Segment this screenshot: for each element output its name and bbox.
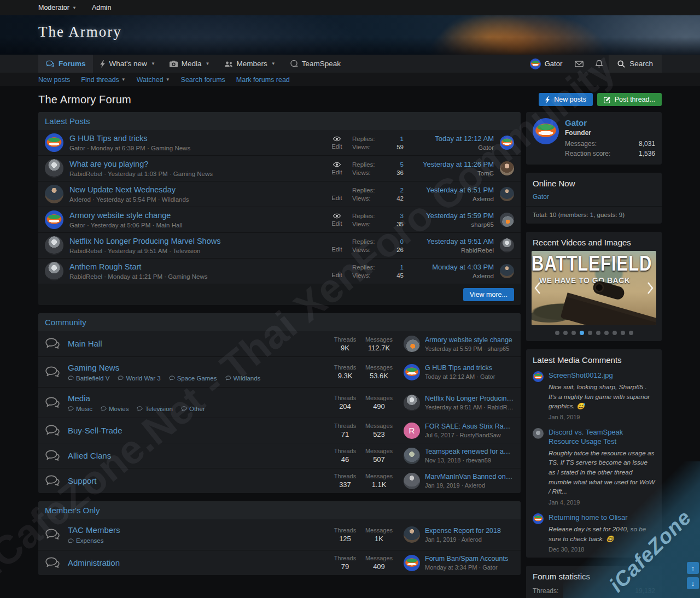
last-post-time[interactable]: Yesterday at 9:51 AM (412, 237, 494, 245)
subforum-link[interactable]: Music (68, 406, 92, 412)
carousel-dot[interactable] (596, 331, 600, 335)
thread-starter-avatar[interactable] (45, 133, 63, 152)
search-button[interactable]: Search (609, 55, 662, 73)
subforum-link[interactable]: Wildlands (225, 375, 261, 382)
subforum-link[interactable]: Space Games (169, 375, 217, 382)
last-poster-avatar[interactable] (404, 555, 420, 571)
forum-title-link[interactable]: Allied Clans (68, 451, 111, 460)
subnav-watched[interactable]: Watched▼ (137, 76, 170, 84)
edit-link[interactable]: Edit (332, 143, 342, 150)
thread-title-link[interactable]: New Update Next Wednesday (69, 185, 321, 195)
moderator-menu[interactable]: Moderator▼ (38, 4, 77, 11)
last-thread-link[interactable]: FOR SALE: Asus Strix Radion R9 390... (425, 423, 514, 430)
thread-title-link[interactable]: G HUB Tips and tricks (69, 134, 321, 143)
last-thread-link[interactable]: Netflix No Longer Producing Marve... (425, 395, 514, 402)
online-user-link[interactable]: Gator (526, 192, 662, 207)
carousel-prev-chevron-icon[interactable] (534, 282, 541, 295)
thread-starter-avatar[interactable] (45, 236, 63, 255)
last-poster-avatar[interactable] (404, 526, 420, 543)
subforum-link[interactable]: Battlefield V (68, 375, 109, 382)
thread-title-link[interactable]: Anthem Rough Start (69, 262, 321, 272)
last-poster-avatar[interactable]: R (404, 423, 420, 439)
thread-title-link[interactable]: What are you playing? (69, 160, 321, 169)
last-poster-avatar[interactable] (500, 238, 514, 253)
subnav-search-forums[interactable]: Search forums (181, 76, 225, 84)
edit-link[interactable]: Edit (332, 169, 342, 175)
thread-starter-avatar[interactable] (45, 262, 63, 280)
last-post-time[interactable]: Yesterday at 6:51 PM (412, 186, 494, 194)
tab-forums[interactable]: Forums (38, 55, 93, 73)
profile-avatar[interactable] (533, 118, 559, 144)
last-poster-avatar[interactable] (500, 264, 514, 278)
last-poster-avatar[interactable] (500, 161, 514, 175)
commenter-avatar[interactable] (533, 371, 544, 382)
carousel-dot[interactable] (588, 331, 592, 335)
edit-link[interactable]: Edit (332, 272, 342, 278)
carousel-dot[interactable] (563, 331, 568, 335)
thread-starter-avatar[interactable] (45, 185, 63, 203)
view-more-button[interactable]: View more... (463, 288, 514, 301)
comment-media-link[interactable]: Discord vs. TeamSpeak Resource Usage Tes… (549, 428, 655, 447)
last-poster-avatar[interactable] (500, 187, 514, 201)
carousel-dot[interactable] (612, 331, 617, 335)
last-thread-link[interactable]: Forum Ban/Spam Accounts (425, 555, 514, 562)
forum-title-link[interactable]: Buy-Sell-Trade (68, 426, 122, 435)
last-poster-avatar[interactable] (500, 213, 514, 227)
forum-title-link[interactable]: Administration (68, 558, 120, 567)
thread-title-link[interactable]: Armory website style change (69, 211, 321, 220)
tab-whats-new[interactable]: What's new ▼ (93, 55, 162, 73)
media-slide-battlefield3[interactable]: BATTLEFIELD 3 WE HAVE TO GO BACK (532, 251, 656, 325)
forum-title-link[interactable]: Support (68, 476, 97, 485)
subnav-mark-forums-read[interactable]: Mark forums read (236, 76, 290, 84)
last-thread-link[interactable]: G HUB Tips and tricks (425, 364, 514, 372)
forum-title-link[interactable]: TAC Members (68, 525, 120, 535)
commenter-avatar[interactable] (533, 428, 544, 439)
site-logo[interactable]: The Armory (38, 15, 662, 40)
last-thread-link[interactable]: Teamspeak renewed for another year (425, 448, 514, 455)
edit-link[interactable]: Edit (332, 246, 342, 253)
last-poster-avatar[interactable] (404, 364, 420, 380)
forum-title-link[interactable]: Media (68, 394, 90, 403)
edit-link[interactable]: Edit (332, 220, 342, 227)
post-thread-button[interactable]: Post thread... (597, 93, 662, 106)
forum-title-link[interactable]: Main Hall (68, 339, 102, 348)
last-post-time[interactable]: Yesterday at 5:59 PM (412, 212, 494, 220)
subforum-link[interactable]: Television (137, 406, 173, 412)
thread-title-link[interactable]: Netflix No Longer Producing Marvel Shows (69, 237, 321, 246)
last-post-time[interactable]: Yesterday at 11:26 PM (412, 160, 494, 168)
carousel-dot[interactable] (555, 331, 559, 335)
admin-link[interactable]: Admin (92, 4, 111, 11)
subforum-link[interactable]: Expenses (68, 537, 104, 544)
comment-media-link[interactable]: Returning home to Olisar (549, 513, 655, 523)
scroll-down-button[interactable]: ↓ (687, 577, 699, 589)
subforum-link[interactable]: Other (181, 406, 205, 412)
subnav-find-threads[interactable]: Find threads▼ (81, 76, 125, 84)
carousel-next-chevron-icon[interactable] (646, 282, 654, 295)
last-poster-avatar[interactable] (404, 336, 420, 352)
last-thread-link[interactable]: Armory website style change (425, 336, 514, 344)
subforum-link[interactable]: World War 3 (118, 375, 160, 382)
last-poster-avatar[interactable] (404, 448, 420, 464)
last-poster-avatar[interactable] (500, 136, 514, 150)
thread-starter-avatar[interactable] (45, 159, 63, 178)
last-post-time[interactable]: Today at 12:12 AM (412, 134, 494, 143)
carousel-dot[interactable] (621, 331, 625, 335)
edit-link[interactable]: Edit (332, 195, 342, 201)
last-thread-link[interactable]: MarvManInVan Banned on Teamsp... (425, 473, 514, 480)
tab-media[interactable]: Media ▼ (162, 55, 217, 73)
carousel-dot[interactable] (571, 331, 576, 335)
tab-teamspeak[interactable]: TeamSpeak (283, 55, 348, 73)
alerts-bell-icon[interactable] (590, 55, 609, 73)
commenter-avatar[interactable] (533, 513, 544, 524)
forum-title-link[interactable]: Gaming News (68, 363, 119, 372)
last-poster-avatar[interactable] (404, 395, 420, 411)
account-menu[interactable]: Gator (523, 55, 569, 73)
inbox-envelope-icon[interactable] (569, 55, 590, 73)
thread-starter-avatar[interactable] (45, 210, 63, 229)
last-post-time[interactable]: Monday at 4:03 PM (412, 263, 494, 271)
scroll-up-button[interactable]: ↑ (687, 562, 699, 574)
last-thread-link[interactable]: Expense Report for 2018 (425, 527, 514, 535)
subforum-link[interactable]: Movies (101, 406, 129, 412)
carousel-dot-active[interactable] (580, 331, 584, 335)
carousel-dot[interactable] (629, 331, 633, 335)
